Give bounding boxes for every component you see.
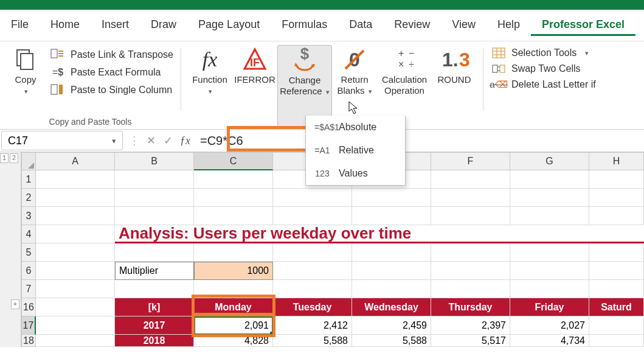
cell-D17[interactable]: 2,412 bbox=[273, 316, 352, 335]
cell[interactable] bbox=[431, 280, 510, 298]
cell[interactable] bbox=[510, 280, 589, 298]
cell[interactable] bbox=[352, 262, 431, 280]
row-header-7[interactable]: 7 bbox=[21, 280, 36, 298]
analysis-title[interactable]: Analysis: Users per weekday over time bbox=[115, 225, 644, 243]
row-header-1[interactable]: 1 bbox=[21, 170, 36, 189]
menu-insert[interactable]: Insert bbox=[91, 13, 140, 36]
cell[interactable] bbox=[589, 207, 644, 225]
cell[interactable] bbox=[352, 207, 431, 225]
row-header-6[interactable]: 6 bbox=[21, 262, 36, 280]
row-header-5[interactable]: 5 bbox=[21, 243, 36, 262]
cell[interactable] bbox=[510, 262, 589, 280]
cell-F17[interactable]: 2,397 bbox=[431, 316, 510, 335]
cell-C17[interactable]: 2,091 bbox=[194, 316, 273, 335]
cell-D18[interactable]: 5,588 bbox=[273, 335, 352, 347]
table-header-wed[interactable]: Wednesday bbox=[352, 298, 431, 316]
cell[interactable] bbox=[115, 280, 194, 298]
paste-link-transpose-button[interactable]: Paste Link & Transpose bbox=[49, 46, 175, 63]
menu-home[interactable]: Home bbox=[40, 13, 91, 36]
col-header-G[interactable]: G bbox=[510, 152, 589, 170]
cell[interactable] bbox=[273, 262, 352, 280]
dropdown-absolute[interactable]: =$A$1 Absolute bbox=[306, 116, 405, 139]
cell[interactable] bbox=[194, 170, 273, 189]
cell[interactable] bbox=[36, 225, 115, 243]
cell[interactable] bbox=[36, 316, 115, 335]
cell[interactable] bbox=[36, 298, 115, 316]
menu-help[interactable]: Help bbox=[486, 13, 531, 36]
cell[interactable] bbox=[589, 170, 644, 189]
outline-level-2[interactable]: 2 bbox=[10, 153, 18, 163]
cell-G18[interactable]: 4,734 bbox=[510, 335, 589, 347]
menu-view[interactable]: View bbox=[441, 13, 486, 36]
iferror-button[interactable]: IF IFERROR bbox=[232, 45, 277, 129]
multiplier-label[interactable]: Multiplier bbox=[115, 262, 194, 280]
row-header-3[interactable]: 3 bbox=[21, 207, 36, 225]
select-all-corner[interactable] bbox=[21, 152, 36, 170]
menu-review[interactable]: Review bbox=[383, 13, 441, 36]
multiplier-value[interactable]: 1000 bbox=[194, 262, 273, 280]
table-header-k[interactable]: [k] bbox=[115, 298, 194, 316]
cell[interactable] bbox=[589, 189, 644, 207]
cell[interactable] bbox=[115, 207, 194, 225]
menu-formulas[interactable]: Formulas bbox=[271, 13, 338, 36]
cell[interactable] bbox=[36, 189, 115, 207]
cell-G17[interactable]: 2,027 bbox=[510, 316, 589, 335]
row-header-18[interactable]: 18 bbox=[21, 335, 36, 347]
cell[interactable] bbox=[431, 170, 510, 189]
outline-level-1[interactable]: 1 bbox=[0, 153, 9, 163]
cell-H18[interactable] bbox=[589, 335, 644, 347]
year-2017[interactable]: 2017 bbox=[115, 316, 194, 335]
fx-label[interactable]: ƒx bbox=[176, 135, 194, 147]
cell[interactable] bbox=[352, 280, 431, 298]
cell[interactable] bbox=[36, 280, 115, 298]
cell[interactable] bbox=[273, 243, 352, 262]
cell[interactable] bbox=[352, 243, 431, 262]
cell[interactable] bbox=[431, 207, 510, 225]
cell[interactable] bbox=[510, 189, 589, 207]
col-header-F[interactable]: F bbox=[431, 152, 510, 170]
round-button[interactable]: 1.3 ROUND bbox=[432, 45, 477, 129]
cell-C18[interactable]: 4,828 bbox=[194, 335, 273, 347]
selection-tools-button[interactable]: Selection Tools▾ bbox=[490, 45, 597, 61]
row-header-16[interactable]: 16 bbox=[21, 298, 36, 316]
cell[interactable] bbox=[194, 280, 273, 298]
col-header-A[interactable]: A bbox=[36, 152, 115, 170]
name-box[interactable]: C17▾ bbox=[1, 131, 123, 150]
cell[interactable] bbox=[589, 280, 644, 298]
cell[interactable] bbox=[36, 170, 115, 189]
cell[interactable] bbox=[589, 262, 644, 280]
cell[interactable] bbox=[431, 262, 510, 280]
cell[interactable] bbox=[36, 335, 115, 347]
swap-two-cells-button[interactable]: Swap Two Cells bbox=[490, 61, 597, 77]
cell-H17[interactable] bbox=[589, 316, 644, 335]
row-header-17[interactable]: 17 bbox=[21, 316, 36, 335]
cell[interactable] bbox=[115, 170, 194, 189]
cell[interactable] bbox=[273, 189, 352, 207]
row-header-4[interactable]: 4 bbox=[21, 225, 36, 243]
table-header-mon[interactable]: Monday bbox=[194, 298, 273, 316]
function-button[interactable]: fx Function▾ bbox=[187, 45, 232, 129]
menu-professor-excel[interactable]: Professor Excel bbox=[531, 13, 635, 36]
cell-F18[interactable]: 5,517 bbox=[431, 335, 510, 347]
col-header-H[interactable]: H bbox=[589, 152, 644, 170]
cell[interactable] bbox=[431, 243, 510, 262]
menu-page-layout[interactable]: Page Layout bbox=[187, 13, 271, 36]
cell[interactable] bbox=[36, 262, 115, 280]
delete-last-letter-button[interactable]: a⌫ Delete Last Letter if bbox=[490, 77, 597, 93]
col-header-B[interactable]: B bbox=[115, 152, 194, 170]
cell[interactable] bbox=[115, 189, 194, 207]
cell[interactable] bbox=[194, 207, 273, 225]
table-header-fri[interactable]: Friday bbox=[510, 298, 589, 316]
paste-exact-formula-button[interactable]: =$ Paste Exact Formula bbox=[49, 65, 175, 80]
paste-single-column-button[interactable]: Paste to Single Column bbox=[49, 82, 175, 99]
cell[interactable] bbox=[273, 280, 352, 298]
menu-draw[interactable]: Draw bbox=[140, 13, 187, 36]
dropdown-relative[interactable]: =A1 Relative bbox=[306, 139, 405, 162]
cell[interactable] bbox=[510, 207, 589, 225]
outline-expand[interactable]: + bbox=[11, 299, 19, 309]
cell-E17[interactable]: 2,459 bbox=[352, 316, 431, 335]
cell[interactable] bbox=[589, 243, 644, 262]
confirm-formula-icon[interactable]: ✓ bbox=[159, 134, 176, 147]
table-header-sat[interactable]: Saturd bbox=[589, 298, 644, 316]
table-header-thu[interactable]: Thursday bbox=[431, 298, 510, 316]
